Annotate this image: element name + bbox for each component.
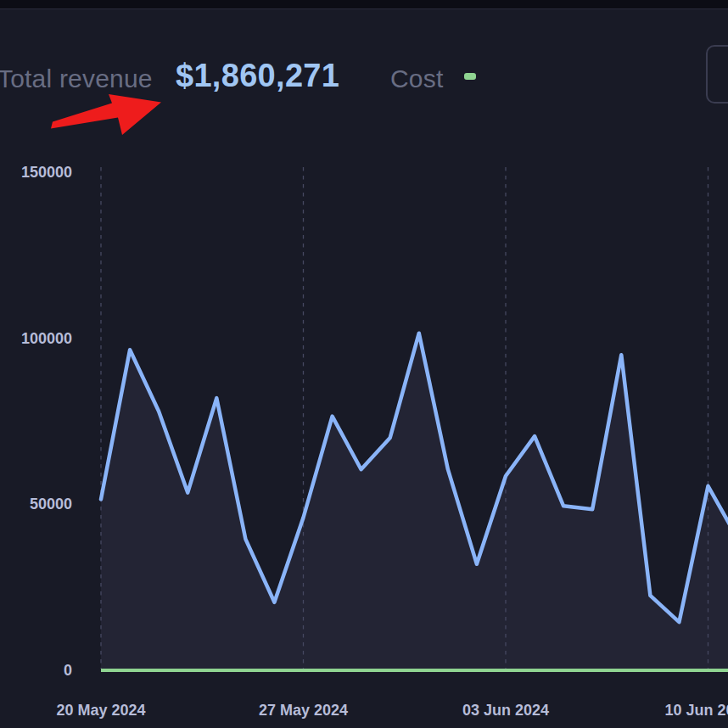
revenue-area bbox=[101, 333, 728, 670]
x-tick-label: 20 May 2024 bbox=[56, 702, 145, 719]
x-tick-label: 10 Jun 2024 bbox=[664, 702, 728, 719]
y-tick-label: 100000 bbox=[21, 330, 72, 347]
x-tick-label: 27 May 2024 bbox=[259, 702, 348, 719]
dashboard-panel: Total revenue $1,860,271 Cost - 15000010… bbox=[0, 0, 728, 728]
y-tick-label: 0 bbox=[64, 662, 72, 679]
revenue-cost-chart[interactable]: 15000010000050000020 May 202427 May 2024… bbox=[0, 0, 728, 728]
y-tick-label: 50000 bbox=[30, 496, 72, 512]
y-tick-label: 150000 bbox=[21, 164, 72, 181]
x-tick-label: 03 Jun 2024 bbox=[462, 702, 549, 719]
